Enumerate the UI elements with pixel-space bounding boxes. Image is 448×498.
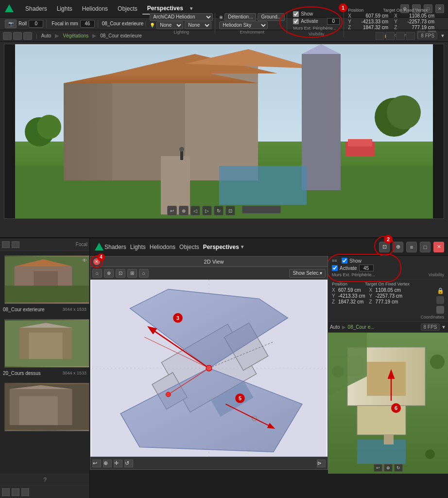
- right-panel: ≡≡ Show Activate Murs Ext. Périphérie...…: [328, 256, 448, 470]
- detention-btn[interactable]: Détention...: [224, 13, 256, 21]
- camera-icon[interactable]: 📷: [5, 19, 17, 28]
- roll-input[interactable]: [29, 20, 43, 28]
- menu-heliodons[interactable]: Heliodons: [77, 3, 113, 14]
- view2d-close-btn[interactable]: ✕: [93, 258, 100, 265]
- view-btn1[interactable]: [3, 32, 12, 40]
- view2d-zoom-btn[interactable]: ⊕: [104, 269, 114, 278]
- svg-rect-61: [367, 362, 406, 396]
- thumb-top[interactable]: [4, 319, 89, 368]
- right-vp-btn1[interactable]: ↩: [374, 464, 382, 472]
- vp-tool3[interactable]: [396, 32, 405, 40]
- focal-input[interactable]: [80, 20, 95, 28]
- thumb-eye-icon1: 👁: [82, 258, 87, 263]
- view2d-fit-btn[interactable]: ⊡: [116, 269, 125, 278]
- view2d-window: ✕ 4 2D View ⌂ ⊕ ⊡ ⊞ ⌂ Show Selec.▾: [90, 256, 328, 470]
- thumb-ext2[interactable]: [4, 383, 89, 431]
- right-toolbar2: Auto ▶ 08_Cour e... 8 FPS ▼: [328, 322, 448, 333]
- y-target-value: -2257.73 cm: [400, 19, 434, 24]
- menu2-shaders[interactable]: Shaders: [104, 244, 126, 250]
- help-icon[interactable]: ?: [43, 477, 47, 483]
- view2d-rotate-btn[interactable]: ↺: [124, 460, 133, 467]
- sidebar-btn1[interactable]: [2, 241, 10, 248]
- bottom-activate-value[interactable]: [359, 265, 374, 271]
- thumbnail-2[interactable]: 20_Cours dessus 3044 x 1533: [0, 315, 89, 378]
- r-veg-label: 08_Cour e...: [348, 324, 375, 330]
- view-btn3[interactable]: [23, 32, 32, 40]
- zoom-in-btn[interactable]: ⊕: [179, 206, 189, 215]
- svg-point-15: [37, 115, 61, 139]
- view2d-extra-btn[interactable]: ⌂: [139, 269, 149, 278]
- thumb-exterior[interactable]: 👁: [4, 255, 89, 304]
- menu-objects[interactable]: Objects: [113, 3, 142, 14]
- none-select1[interactable]: None: [156, 21, 183, 29]
- sidebar-btn2[interactable]: [12, 241, 19, 248]
- archicad-heliodon-select[interactable]: ArchiCAD Heliodon: [150, 13, 213, 21]
- r-fps-arrow[interactable]: ▼: [441, 324, 446, 330]
- vp-tool2[interactable]: [386, 32, 395, 40]
- menu2-perspectives[interactable]: Perspectives: [203, 244, 239, 250]
- svg-marker-35: [95, 243, 103, 250]
- menu2-icon4[interactable]: □: [420, 242, 431, 252]
- activate-value-top[interactable]: [327, 18, 340, 25]
- view-btn2[interactable]: [13, 32, 22, 40]
- view2d-diagram: 3 5: [90, 280, 327, 457]
- window-layout-btn[interactable]: ⊡: [379, 242, 390, 252]
- r-lock-icon[interactable]: 🔒: [437, 287, 444, 294]
- rotate-btn[interactable]: ↻: [214, 206, 224, 215]
- bottom-show-checkbox[interactable]: [342, 258, 347, 264]
- vp-tool4[interactable]: [406, 32, 415, 40]
- fps-dropdown[interactable]: ▼: [440, 33, 445, 38]
- view2d-zoom-bottom[interactable]: ⊕: [103, 460, 112, 467]
- thumbnail-3[interactable]: [0, 378, 89, 436]
- r-pos-title: Position: [332, 282, 361, 286]
- menu2-lights[interactable]: Lights: [130, 244, 146, 250]
- x-pos-value: 607.59 cm: [354, 13, 388, 18]
- thumbnail-1[interactable]: 👁 08_Cour exterieure 3044 x 1533: [0, 251, 89, 315]
- zoom-out-btn[interactable]: ↩: [167, 206, 177, 215]
- right-vp-btn2[interactable]: ⊕: [384, 464, 393, 472]
- menu-lights[interactable]: Lights: [52, 3, 77, 14]
- show-checkbox[interactable]: [293, 11, 299, 17]
- view2d-grid-btn[interactable]: ⊞: [127, 269, 137, 278]
- activate-checkbox[interactable]: [293, 18, 299, 24]
- sidebar-toolbar: Focal: [0, 238, 89, 251]
- svg-rect-21: [348, 139, 372, 146]
- menu2-close-btn[interactable]: ✕: [433, 242, 444, 252]
- menu2-heliodons[interactable]: Heliodons: [150, 244, 175, 250]
- none-select2[interactable]: None: [185, 21, 211, 29]
- view2d-undo-btn[interactable]: ↩: [92, 460, 101, 467]
- menu2-icon2[interactable]: ⊕: [393, 242, 403, 252]
- app-logo: [4, 3, 15, 14]
- pan-right-btn[interactable]: ▷: [202, 206, 212, 215]
- sidebar-status-btn2[interactable]: [12, 488, 19, 496]
- r-reset-icon[interactable]: [436, 306, 444, 314]
- menu2-right: ⊡ 2 ⊕ ≡ □ ✕: [379, 242, 444, 252]
- ground-btn[interactable]: Ground...: [258, 13, 285, 21]
- viewport-scroll[interactable]: [242, 206, 281, 213]
- show-selec-btn[interactable]: Show Selec.▾: [289, 269, 326, 278]
- camera-path-label: 08_Cour exterieure: [100, 33, 142, 38]
- vp-tool1[interactable]: [376, 32, 384, 40]
- heliodon-sky-select[interactable]: Heliodon Sky: [219, 21, 268, 29]
- reset-view-btn[interactable]: ⊡: [225, 206, 235, 215]
- view2d-export-btn[interactable]: ⊳: [317, 460, 326, 467]
- sidebar-status-btn3[interactable]: [21, 488, 29, 496]
- home-btn[interactable]: ⌂: [92, 269, 102, 278]
- bottom-activate-checkbox[interactable]: [332, 265, 338, 271]
- x-target-label: X: [394, 13, 399, 18]
- right-vp-btn3[interactable]: ↻: [394, 464, 403, 472]
- viewport-3d[interactable]: ↩ ⊕ ◁ ▷ ↻ ⊡: [4, 44, 444, 219]
- z-pos-value: 1847.32 cm: [354, 25, 388, 30]
- menu2-objects[interactable]: Objects: [179, 244, 199, 250]
- viewport3d-right[interactable]: 6 ↩ ⊕ ↻: [328, 333, 448, 474]
- sidebar-status-btn1[interactable]: [2, 488, 10, 496]
- r-settings-icon[interactable]: [436, 296, 444, 304]
- annot-2-container: ⊡ 2: [379, 242, 390, 252]
- z-target-label: Z: [394, 25, 399, 30]
- view2d-content[interactable]: 3 5: [90, 280, 327, 457]
- target-title: Target On Fixed Vertex: [383, 8, 436, 13]
- pan-left-btn[interactable]: ◁: [190, 206, 200, 215]
- view2d-pan-btn[interactable]: ✛: [114, 460, 122, 467]
- menu2-icon3[interactable]: ≡: [406, 242, 417, 252]
- menu-shaders[interactable]: Shaders: [20, 3, 52, 14]
